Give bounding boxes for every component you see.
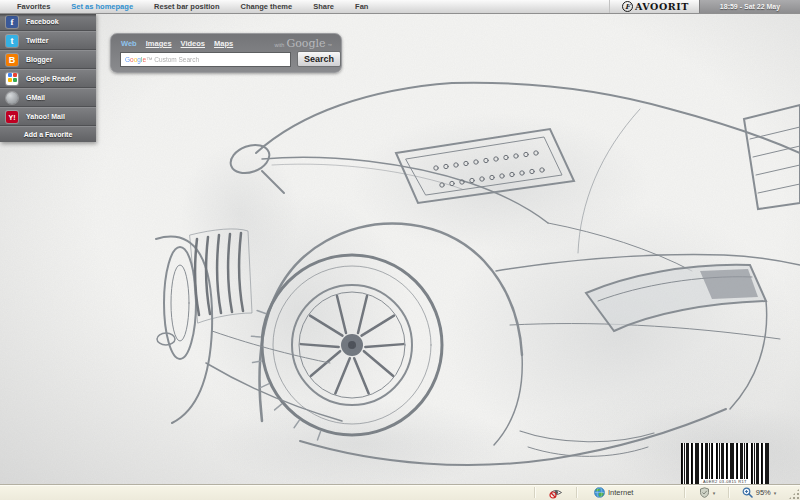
sidebar-item-blogger[interactable]: B Blogger xyxy=(0,50,96,69)
trademark-symbol: ™ xyxy=(328,43,333,48)
clock: 18:59 - Sat 22 May xyxy=(699,0,800,13)
sidebar-item-label: Google Reader xyxy=(26,75,76,82)
search-input[interactable]: Google™ Custom Search xyxy=(120,52,291,67)
sidebar-item-label: GMail xyxy=(26,94,45,101)
tab-images[interactable]: Images xyxy=(146,39,172,48)
resize-grip[interactable] xyxy=(788,488,800,500)
search-placeholder: Custom Search xyxy=(153,56,200,63)
eye-blocked-icon xyxy=(549,487,563,499)
sidebar-item-label: Twitter xyxy=(26,37,48,44)
sidebar-item-gmail[interactable]: GMail xyxy=(0,88,96,107)
privacy-blocked-indicator[interactable] xyxy=(536,485,576,500)
security-zone[interactable]: Internet xyxy=(578,485,684,500)
google-search-widget: Web Images Videos Maps with Google ™ Goo… xyxy=(110,33,342,73)
menu-change-theme[interactable]: Change theme xyxy=(241,2,293,11)
wallpaper: A0ER2 03-0815 R1T xyxy=(0,13,800,486)
dropdown-caret: ▾ xyxy=(774,490,777,496)
top-menu-bar: Favorites Set as homepage Reset bar posi… xyxy=(0,0,800,14)
zoom-control[interactable]: 95% ▾ xyxy=(730,485,788,500)
twitter-icon: t xyxy=(6,35,18,47)
wallpaper-car-sketch xyxy=(0,13,800,486)
tab-videos[interactable]: Videos xyxy=(181,39,205,48)
menu-share[interactable]: Share xyxy=(313,2,334,11)
sidebar-item-google-reader[interactable]: Google Reader xyxy=(0,69,96,88)
sidebar-item-twitter[interactable]: t Twitter xyxy=(0,31,96,50)
favoorit-logo-text: AVOORIT xyxy=(635,1,689,12)
zone-label: Internet xyxy=(608,488,633,497)
gmail-icon xyxy=(6,92,18,104)
sidebar-item-yahoo-mail[interactable]: Y! Yahoo! Mail xyxy=(0,107,96,126)
sidebar-item-label: Blogger xyxy=(26,56,52,63)
search-button[interactable]: Search xyxy=(297,51,341,67)
zoom-magnifier-icon xyxy=(742,487,753,498)
barcode: A0ER2 03-0815 R1T xyxy=(681,443,769,485)
with-google-brand: with Google ™ xyxy=(275,37,332,50)
menu-reset-bar-position[interactable]: Reset bar position xyxy=(154,2,219,11)
google-reader-icon xyxy=(6,73,18,85)
tab-web[interactable]: Web xyxy=(121,39,137,48)
dropdown-caret: ▾ xyxy=(713,490,716,496)
protected-mode-icon xyxy=(699,487,710,498)
add-favorite-button[interactable]: Add a Favorite xyxy=(0,126,96,142)
sidebar-item-facebook[interactable]: f Facebook xyxy=(0,13,96,31)
sidebar-item-label: Yahoo! Mail xyxy=(26,113,65,120)
yahoo-mail-icon: Y! xyxy=(6,111,18,123)
google-logo-text: Google xyxy=(286,37,325,50)
menu-favorites[interactable]: Favorites xyxy=(17,2,50,11)
globe-icon xyxy=(594,487,605,498)
menu-set-as-homepage[interactable]: Set as homepage xyxy=(71,2,133,11)
tab-maps[interactable]: Maps xyxy=(214,39,233,48)
with-label: with xyxy=(275,42,285,48)
top-menu: Favorites Set as homepage Reset bar posi… xyxy=(0,0,609,13)
status-bar: Internet ▾ 95% ▾ xyxy=(0,484,800,500)
zoom-level: 95% xyxy=(756,488,771,497)
favoorit-logo-icon: F xyxy=(622,1,633,12)
favorites-sidebar: f Facebook t Twitter B Blogger Google Re… xyxy=(0,13,96,142)
blogger-icon: B xyxy=(6,54,18,66)
sidebar-item-label: Facebook xyxy=(26,18,59,25)
add-favorite-label: Add a Favorite xyxy=(24,131,73,138)
protected-mode-control[interactable]: ▾ xyxy=(686,485,728,500)
favoorit-logo[interactable]: F AVOORIT xyxy=(609,0,699,13)
menu-fan[interactable]: Fan xyxy=(355,2,368,11)
facebook-icon: f xyxy=(6,16,18,28)
